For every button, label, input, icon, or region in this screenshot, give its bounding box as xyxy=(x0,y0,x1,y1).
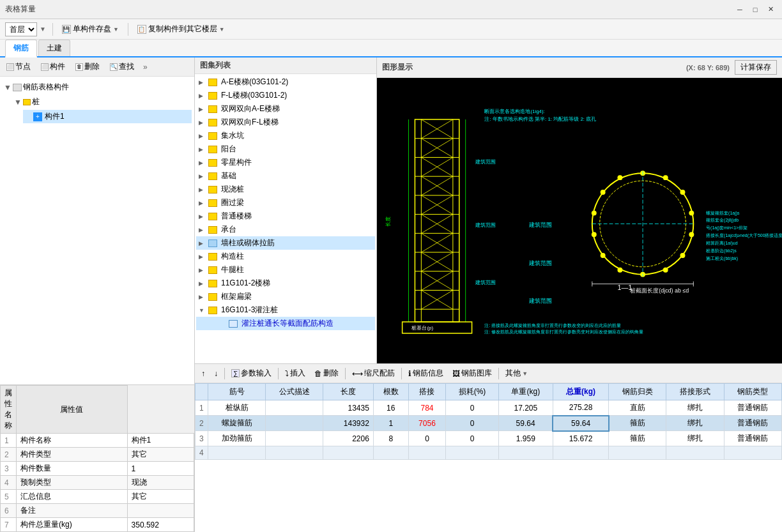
rebar-formula[interactable] xyxy=(266,416,323,431)
graphic-list-item[interactable]: ▶ 构造柱 xyxy=(196,250,375,263)
graphic-list-item[interactable]: ▶ 普通楼梯 xyxy=(196,209,375,223)
graphic-list-item[interactable]: ▶ 圈过梁 xyxy=(196,196,375,209)
prop-value[interactable]: 其它 xyxy=(127,448,194,462)
component-tree[interactable]: ▼ 钢筋表格构件 ▼ 桩 + xyxy=(0,77,194,384)
rebar-loss[interactable]: 0 xyxy=(446,400,498,416)
rebar-overlap[interactable]: 7056 xyxy=(408,416,446,431)
delete-button[interactable]: 🗑 删除 xyxy=(72,59,103,74)
insert-button[interactable]: ⤵ 插入 xyxy=(281,366,309,381)
rebar-overlap-type[interactable]: 绑扎 xyxy=(666,400,724,416)
rebar-name[interactable]: 螺旋箍筋 xyxy=(208,416,266,431)
delete-row-button[interactable]: 🗑 删除 xyxy=(310,366,342,381)
graphic-list-item[interactable]: ▶ 承台 xyxy=(196,223,375,236)
rebar-type[interactable]: 普通钢筋 xyxy=(724,431,781,446)
tree-arrow-pile[interactable]: ▼ xyxy=(14,98,22,107)
rebar-unit-weight[interactable]: 17.205 xyxy=(498,400,553,416)
rebar-total-weight[interactable]: 15.672 xyxy=(553,431,608,446)
other-button[interactable]: 其他 ▼ xyxy=(502,366,532,381)
rebar-length[interactable]: 2206 xyxy=(323,431,373,446)
graphic-list-item[interactable]: ▼ 16G101-3灌注桩 xyxy=(196,303,375,317)
rebar-overlap-type[interactable]: 绑扎 xyxy=(666,416,724,431)
rebar-total-weight[interactable] xyxy=(553,446,608,460)
rebar-length[interactable] xyxy=(323,446,373,460)
scale-rebar-button[interactable]: ⟷ 缩尺配筋 xyxy=(348,366,399,381)
rebar-count[interactable]: 16 xyxy=(373,400,408,416)
graphic-list-item[interactable]: ▶ 11G101-2楼梯 xyxy=(196,277,375,290)
graphic-list-item[interactable]: ▶ F-L楼梯(03G101-2) xyxy=(196,89,375,102)
rebar-unit-weight[interactable]: 1.959 xyxy=(498,431,553,446)
rebar-type[interactable] xyxy=(724,446,781,460)
floor-selector[interactable]: 首层 二层 三层 ▼ xyxy=(5,22,46,36)
move-up-button[interactable]: ↑ xyxy=(197,367,209,380)
tree-pile-row[interactable]: ▼ 桩 xyxy=(13,95,192,109)
close-button[interactable]: ✕ xyxy=(764,3,777,16)
rebar-table-row[interactable]: 1 桩纵筋 13435 16 784 0 17.205 275.28 直筋 绑扎… xyxy=(195,400,782,416)
graphic-list-item[interactable]: ▶ 基础 xyxy=(196,169,375,183)
rebar-overlap[interactable] xyxy=(408,446,446,460)
rebar-unit-weight[interactable]: 59.64 xyxy=(498,416,553,431)
rebar-name[interactable]: 加劲箍筋 xyxy=(208,431,266,446)
prop-value[interactable]: 其它 xyxy=(127,490,194,504)
rebar-table-wrapper[interactable]: 筋号 公式描述 长度 根数 搭接 损耗(%) 单重(kg) 总重(kg) 钢筋归… xyxy=(195,383,782,532)
node-button[interactable]: ⬜ 节点 xyxy=(3,59,34,74)
rebar-loss[interactable]: 0 xyxy=(446,416,498,431)
find-button[interactable]: 🔍 查找 xyxy=(106,59,138,74)
rebar-gallery-button[interactable]: 🖼 钢筋图库 xyxy=(448,366,496,381)
prop-value[interactable] xyxy=(127,504,194,518)
graphic-list-item[interactable]: ▶ 双网双向A-E楼梯 xyxy=(196,102,375,116)
rebar-count[interactable]: 8 xyxy=(373,431,408,446)
graphic-list-item[interactable]: ▶ 阳台 xyxy=(196,142,375,156)
graphic-list-item[interactable]: ▶ 双网双向F-L楼梯 xyxy=(196,116,375,129)
rebar-category[interactable] xyxy=(609,446,666,460)
graphic-list-item[interactable]: ▶ A-E楼梯(03G101-2) xyxy=(196,75,375,89)
expand-left-toolbar-icon[interactable]: » xyxy=(143,63,148,72)
graphic-list-item[interactable]: ▶ 框架扁梁 xyxy=(196,290,375,303)
rebar-table-row[interactable]: 4 xyxy=(195,446,782,460)
floor-dropdown[interactable]: 首层 二层 三层 xyxy=(5,22,37,36)
rebar-loss[interactable]: 0 xyxy=(446,431,498,446)
graphic-list-item[interactable]: ▶ 墙柱或砌体拉筋 xyxy=(196,236,375,250)
rebar-count[interactable]: 1 xyxy=(373,416,408,431)
param-input-button[interactable]: ∑ 参数输入 xyxy=(227,366,275,381)
rebar-table-row[interactable]: 2 螺旋箍筋 143932 1 7056 0 59.64 59.64 箍筋 绑扎… xyxy=(195,416,782,431)
rebar-type[interactable]: 普通钢筋 xyxy=(724,400,781,416)
prop-value[interactable]: 350.592 xyxy=(127,518,194,532)
prop-value[interactable]: 现浇 xyxy=(127,476,194,490)
rebar-count[interactable] xyxy=(373,446,408,460)
rebar-type[interactable]: 普通钢筋 xyxy=(724,416,781,431)
tree-component1-row[interactable]: + 构件1 xyxy=(23,110,192,123)
graphic-list-content[interactable]: ▶ A-E楼梯(03G101-2) ▶ F-L楼梯(03G101-2) ▶ 双网… xyxy=(195,74,376,363)
rebar-overlap-type[interactable] xyxy=(666,446,724,460)
maximize-button[interactable]: □ xyxy=(749,3,762,16)
graphic-list-item[interactable]: ▶ 牛腿柱 xyxy=(196,263,375,277)
rebar-formula[interactable] xyxy=(266,400,323,416)
rebar-overlap[interactable]: 784 xyxy=(408,400,446,416)
tree-root-row[interactable]: ▼ 钢筋表格构件 xyxy=(3,80,192,94)
rebar-overlap-type[interactable]: 绑扎 xyxy=(666,431,724,446)
rebar-name[interactable]: 桩纵筋 xyxy=(208,400,266,416)
component-button[interactable]: ⬜ 构件 xyxy=(37,59,69,74)
rebar-total-weight[interactable]: 275.28 xyxy=(553,400,608,416)
graphic-list-item[interactable]: ▶ 现浇桩 xyxy=(196,183,375,196)
graphic-list-item[interactable]: ▶ 集水坑 xyxy=(196,129,375,142)
rebar-length[interactable]: 143932 xyxy=(323,416,373,431)
rebar-formula[interactable] xyxy=(266,446,323,460)
prop-value[interactable]: 1 xyxy=(127,462,194,476)
rebar-loss[interactable] xyxy=(446,446,498,460)
calc-save-button[interactable]: 计算保存 xyxy=(735,60,777,75)
rebar-category[interactable]: 直筋 xyxy=(609,400,666,416)
rebar-length[interactable]: 13435 xyxy=(323,400,373,416)
save-component-button[interactable]: 💾 单构件存盘 ▼ xyxy=(59,22,121,36)
rebar-category[interactable]: 箍筋 xyxy=(609,416,666,431)
rebar-info-button[interactable]: ℹ 钢筋信息 xyxy=(404,366,447,381)
rebar-unit-weight[interactable] xyxy=(498,446,553,460)
rebar-overlap[interactable]: 0 xyxy=(408,431,446,446)
tree-arrow-root[interactable]: ▼ xyxy=(4,83,12,92)
rebar-total-weight[interactable]: 59.64 xyxy=(553,416,608,431)
graphic-list-subitem[interactable]: 灌注桩通长等截面配筋构造 xyxy=(196,317,375,330)
rebar-formula[interactable] xyxy=(266,431,323,446)
minimize-button[interactable]: ─ xyxy=(733,3,746,16)
rebar-table-row[interactable]: 3 加劲箍筋 2206 8 0 0 1.959 15.672 箍筋 绑扎 普通钢… xyxy=(195,431,782,446)
copy-component-button[interactable]: 📋 复制构件到其它楼层 ▼ xyxy=(135,22,227,36)
graphic-list-item[interactable]: ▶ 零星构件 xyxy=(196,156,375,169)
